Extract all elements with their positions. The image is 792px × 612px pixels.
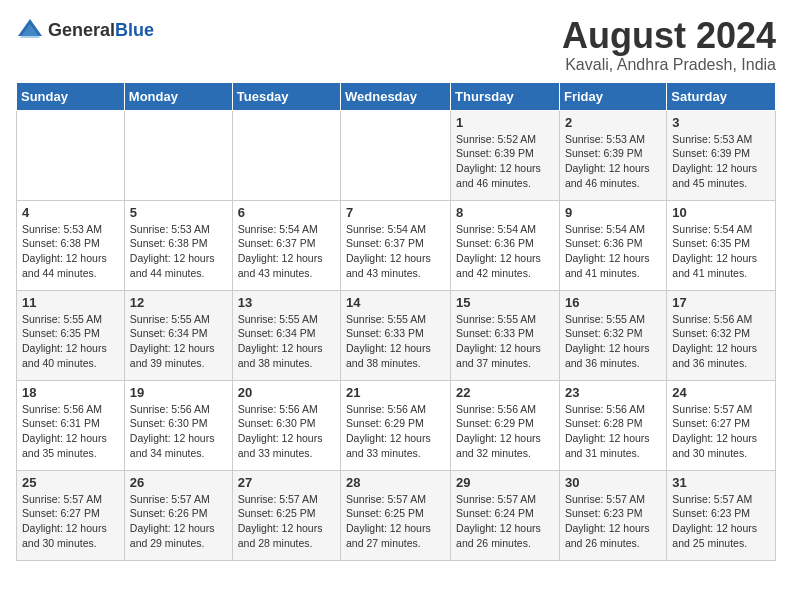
day-detail: Sunrise: 5:52 AM Sunset: 6:39 PM Dayligh… [456,133,541,189]
calendar-cell: 31Sunrise: 5:57 AM Sunset: 6:23 PM Dayli… [667,470,776,560]
day-number: 4 [22,205,119,220]
day-number: 28 [346,475,445,490]
calendar-cell: 14Sunrise: 5:55 AM Sunset: 6:33 PM Dayli… [341,290,451,380]
calendar-cell: 5Sunrise: 5:53 AM Sunset: 6:38 PM Daylig… [124,200,232,290]
day-detail: Sunrise: 5:55 AM Sunset: 6:32 PM Dayligh… [565,313,650,369]
calendar-cell: 11Sunrise: 5:55 AM Sunset: 6:35 PM Dayli… [17,290,125,380]
day-header-monday: Monday [124,82,232,110]
logo-blue: Blue [115,20,154,40]
day-number: 7 [346,205,445,220]
day-detail: Sunrise: 5:55 AM Sunset: 6:34 PM Dayligh… [238,313,323,369]
calendar-cell: 18Sunrise: 5:56 AM Sunset: 6:31 PM Dayli… [17,380,125,470]
day-number: 9 [565,205,661,220]
week-row-5: 25Sunrise: 5:57 AM Sunset: 6:27 PM Dayli… [17,470,776,560]
header-row: SundayMondayTuesdayWednesdayThursdayFrid… [17,82,776,110]
day-number: 12 [130,295,227,310]
day-number: 8 [456,205,554,220]
day-number: 31 [672,475,770,490]
day-detail: Sunrise: 5:54 AM Sunset: 6:37 PM Dayligh… [238,223,323,279]
day-detail: Sunrise: 5:54 AM Sunset: 6:37 PM Dayligh… [346,223,431,279]
day-number: 2 [565,115,661,130]
calendar-table: SundayMondayTuesdayWednesdayThursdayFrid… [16,82,776,561]
day-header-sunday: Sunday [17,82,125,110]
calendar-cell: 2Sunrise: 5:53 AM Sunset: 6:39 PM Daylig… [559,110,666,200]
calendar-cell: 16Sunrise: 5:55 AM Sunset: 6:32 PM Dayli… [559,290,666,380]
calendar-cell: 6Sunrise: 5:54 AM Sunset: 6:37 PM Daylig… [232,200,340,290]
calendar-cell: 12Sunrise: 5:55 AM Sunset: 6:34 PM Dayli… [124,290,232,380]
calendar-cell: 27Sunrise: 5:57 AM Sunset: 6:25 PM Dayli… [232,470,340,560]
day-detail: Sunrise: 5:57 AM Sunset: 6:23 PM Dayligh… [672,493,757,549]
calendar-cell: 29Sunrise: 5:57 AM Sunset: 6:24 PM Dayli… [451,470,560,560]
calendar-cell: 28Sunrise: 5:57 AM Sunset: 6:25 PM Dayli… [341,470,451,560]
week-row-4: 18Sunrise: 5:56 AM Sunset: 6:31 PM Dayli… [17,380,776,470]
day-header-saturday: Saturday [667,82,776,110]
day-number: 24 [672,385,770,400]
calendar-cell: 3Sunrise: 5:53 AM Sunset: 6:39 PM Daylig… [667,110,776,200]
calendar-cell: 24Sunrise: 5:57 AM Sunset: 6:27 PM Dayli… [667,380,776,470]
day-detail: Sunrise: 5:54 AM Sunset: 6:35 PM Dayligh… [672,223,757,279]
day-number: 23 [565,385,661,400]
day-number: 14 [346,295,445,310]
day-detail: Sunrise: 5:56 AM Sunset: 6:31 PM Dayligh… [22,403,107,459]
calendar-cell: 25Sunrise: 5:57 AM Sunset: 6:27 PM Dayli… [17,470,125,560]
day-detail: Sunrise: 5:56 AM Sunset: 6:32 PM Dayligh… [672,313,757,369]
calendar-cell: 23Sunrise: 5:56 AM Sunset: 6:28 PM Dayli… [559,380,666,470]
day-number: 10 [672,205,770,220]
day-number: 29 [456,475,554,490]
day-number: 11 [22,295,119,310]
day-number: 19 [130,385,227,400]
day-detail: Sunrise: 5:54 AM Sunset: 6:36 PM Dayligh… [565,223,650,279]
day-number: 18 [22,385,119,400]
day-header-wednesday: Wednesday [341,82,451,110]
calendar-cell: 8Sunrise: 5:54 AM Sunset: 6:36 PM Daylig… [451,200,560,290]
day-detail: Sunrise: 5:53 AM Sunset: 6:38 PM Dayligh… [130,223,215,279]
main-title: August 2024 [562,16,776,56]
week-row-1: 1Sunrise: 5:52 AM Sunset: 6:39 PM Daylig… [17,110,776,200]
calendar-cell [17,110,125,200]
header: GeneralBlue August 2024 Kavali, Andhra P… [16,16,776,74]
day-number: 17 [672,295,770,310]
calendar-cell: 1Sunrise: 5:52 AM Sunset: 6:39 PM Daylig… [451,110,560,200]
day-detail: Sunrise: 5:57 AM Sunset: 6:27 PM Dayligh… [22,493,107,549]
day-detail: Sunrise: 5:53 AM Sunset: 6:39 PM Dayligh… [672,133,757,189]
calendar-cell: 26Sunrise: 5:57 AM Sunset: 6:26 PM Dayli… [124,470,232,560]
calendar-cell: 9Sunrise: 5:54 AM Sunset: 6:36 PM Daylig… [559,200,666,290]
logo: GeneralBlue [16,16,154,44]
calendar-cell: 10Sunrise: 5:54 AM Sunset: 6:35 PM Dayli… [667,200,776,290]
day-number: 26 [130,475,227,490]
day-number: 5 [130,205,227,220]
day-detail: Sunrise: 5:57 AM Sunset: 6:25 PM Dayligh… [346,493,431,549]
day-detail: Sunrise: 5:57 AM Sunset: 6:25 PM Dayligh… [238,493,323,549]
day-detail: Sunrise: 5:56 AM Sunset: 6:30 PM Dayligh… [130,403,215,459]
calendar-cell [341,110,451,200]
day-header-friday: Friday [559,82,666,110]
day-detail: Sunrise: 5:57 AM Sunset: 6:24 PM Dayligh… [456,493,541,549]
day-detail: Sunrise: 5:56 AM Sunset: 6:28 PM Dayligh… [565,403,650,459]
calendar-cell: 15Sunrise: 5:55 AM Sunset: 6:33 PM Dayli… [451,290,560,380]
logo-icon [16,16,44,44]
title-block: August 2024 Kavali, Andhra Pradesh, Indi… [562,16,776,74]
calendar-cell: 17Sunrise: 5:56 AM Sunset: 6:32 PM Dayli… [667,290,776,380]
logo-general: General [48,20,115,40]
day-header-tuesday: Tuesday [232,82,340,110]
day-number: 27 [238,475,335,490]
calendar-cell: 4Sunrise: 5:53 AM Sunset: 6:38 PM Daylig… [17,200,125,290]
day-detail: Sunrise: 5:57 AM Sunset: 6:23 PM Dayligh… [565,493,650,549]
day-detail: Sunrise: 5:56 AM Sunset: 6:29 PM Dayligh… [346,403,431,459]
day-detail: Sunrise: 5:54 AM Sunset: 6:36 PM Dayligh… [456,223,541,279]
day-number: 3 [672,115,770,130]
calendar-cell [124,110,232,200]
day-number: 22 [456,385,554,400]
day-number: 1 [456,115,554,130]
day-detail: Sunrise: 5:53 AM Sunset: 6:38 PM Dayligh… [22,223,107,279]
day-detail: Sunrise: 5:55 AM Sunset: 6:35 PM Dayligh… [22,313,107,369]
calendar-cell: 19Sunrise: 5:56 AM Sunset: 6:30 PM Dayli… [124,380,232,470]
calendar-cell: 21Sunrise: 5:56 AM Sunset: 6:29 PM Dayli… [341,380,451,470]
calendar-cell: 13Sunrise: 5:55 AM Sunset: 6:34 PM Dayli… [232,290,340,380]
day-number: 15 [456,295,554,310]
day-detail: Sunrise: 5:56 AM Sunset: 6:30 PM Dayligh… [238,403,323,459]
week-row-3: 11Sunrise: 5:55 AM Sunset: 6:35 PM Dayli… [17,290,776,380]
calendar-cell: 30Sunrise: 5:57 AM Sunset: 6:23 PM Dayli… [559,470,666,560]
day-detail: Sunrise: 5:53 AM Sunset: 6:39 PM Dayligh… [565,133,650,189]
day-detail: Sunrise: 5:55 AM Sunset: 6:34 PM Dayligh… [130,313,215,369]
